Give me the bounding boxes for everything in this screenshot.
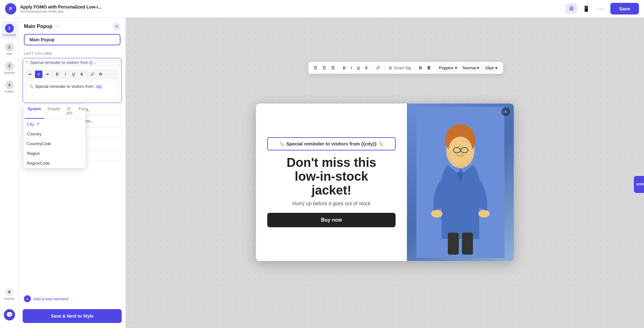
format-toolbar: ⇤ ≡ ⇥ B I U S 🔗 ⚙ [25,69,119,79]
main-popup-selector-btn[interactable]: Main Popup [24,34,120,45]
smart-tag-inline-btn[interactable]: ⚙ [97,71,104,78]
rt-font-weight-select[interactable]: Normal ▾ [461,64,482,72]
align-right-btn[interactable]: ⇥ [43,71,51,78]
align-left-btn[interactable]: ⇤ [27,71,34,78]
svg-point-8 [478,210,490,218]
rt-bold-btn[interactable]: B [341,64,347,71]
italic-btn[interactable]: I [62,71,69,78]
svg-point-7 [431,210,442,218]
rt-font-family-arrow: ▾ [455,65,457,70]
popup-emoji-right: 🏷️ [378,141,384,146]
add-element-circle-icon: + [24,295,31,302]
feedback-tab[interactable]: Feedback [634,176,644,193]
sidebar-num-1: 1 [5,24,14,33]
sidebar-item-style[interactable]: 2 Style [1,40,18,58]
popup-selected-text-content: Special reminder to visitors from {{city… [286,141,378,146]
popup-right-image [407,104,514,261]
panel-more-icon[interactable]: ⋯ [55,24,60,30]
smart-tag-regioncode[interactable]: RegionCode [23,158,86,168]
sidebar-item-publish[interactable]: 4 Publish [1,78,18,96]
sidebar-num-3: 3 [5,62,14,71]
popup-emoji-left: 🏷️ [279,141,285,146]
smart-tag-regioncode-label: RegionCode [27,161,50,166]
element-card-header: T Special reminder to visitors from {{..… [23,58,121,67]
popup-selected-text: 🏷️ Special reminder to visitors from {{c… [267,137,396,150]
rt-copy-btn[interactable]: ⧉ [417,64,424,72]
sidebar-num-4: 4 [5,81,14,89]
rt-font-family-select[interactable]: Poppins ▾ [437,64,459,72]
smart-tag-countrycode[interactable]: CountryCode [23,139,86,149]
smart-tag-tab-jsapi[interactable]: JS API [63,104,75,119]
text-preview-area[interactable]: 🏷️ Special reminder to visitors from cit… [25,81,119,100]
save-next-btn[interactable]: Save & Next to Style [23,309,122,323]
person-illustration [416,107,504,258]
smart-tag-country[interactable]: Country [23,129,86,139]
sidebar: 1 Customize 2 Style 3 Segment 4 Publish … [0,18,19,328]
smart-tag-region[interactable]: Region [23,149,86,158]
mobile-view-btn[interactable]: 📱 [580,3,593,14]
rt-italic-btn[interactable]: I [349,64,354,71]
text-type-icon: T [26,61,28,65]
popup-heading: Don't miss this low-in-stock jacket! [267,156,396,197]
smart-tag-city[interactable]: City ↗ [23,119,86,129]
popup-subtext: Hurry up before it goes out of stock [267,201,396,206]
rt-align-center-btn[interactable]: ☰ [320,64,328,71]
settings-icon: ⚙ [5,288,14,297]
align-center-btn[interactable]: ≡ [35,71,42,78]
rt-strikethrough-btn[interactable]: S [363,64,369,71]
app-logo: P [5,3,16,14]
popup-close-btn[interactable]: × [501,107,510,116]
left-panel-title: Main Popup [24,24,53,29]
smart-tag-tab-form[interactable]: Form [75,104,86,119]
rt-align-left-btn[interactable]: ☰ [312,64,319,71]
smart-tag-tab-shopify[interactable]: Shopify [44,104,63,119]
rt-font-family-value: Poppins [439,65,454,70]
add-element-row[interactable]: + Add a new element [19,292,125,305]
rt-link-btn[interactable]: 🔗 [374,64,382,71]
strikethrough-btn[interactable]: S [78,71,86,78]
svg-rect-9 [448,233,459,255]
device-toggle-group: 🖥 📱 ⋯ [565,3,607,14]
rt-font-size-select[interactable]: 16px ▾ [483,64,499,72]
more-options-btn[interactable]: ⋯ [595,4,607,14]
svg-rect-10 [462,233,473,255]
underline-btn[interactable]: U [70,71,77,78]
sidebar-item-segment[interactable]: 3 Segment [1,59,18,77]
popup-preview: × 🏷️ Special reminder to visitors from {… [256,104,514,261]
add-element-header-btn[interactable]: + [113,23,120,30]
toolbar-sep-2 [87,71,87,77]
smart-tag-country-label: Country [27,132,42,136]
smart-tag-region-label: Region [27,151,40,156]
rt-font-size-arrow: ▾ [495,65,497,70]
desktop-view-btn[interactable]: 🖥 [565,3,577,14]
rt-smart-tag-btn[interactable]: ⚙ Smart Tag [386,64,413,72]
main-layout: 1 Customize 2 Style 3 Segment 4 Publish … [0,18,644,328]
smart-tag-arrow-icon: ↗ [36,122,40,127]
rt-font-size-value: 16px [485,65,494,70]
canvas-area: ☰ ☰ ☰ B I U S 🔗 ⚙ Smart Tag ⧉ 🗑 Poppins … [126,18,644,328]
rt-sep-1 [339,65,339,71]
sidebar-item-settings[interactable]: ⚙ Settings [1,285,18,303]
sidebar-item-customize[interactable]: 1 Customize [1,21,18,39]
smart-tag-list: City ↗ Country CountryCode Region [23,119,86,168]
smart-tag-tab-system[interactable]: System [25,104,44,119]
popup-image-placeholder [407,104,514,261]
rt-underline-btn[interactable]: U [355,64,362,71]
popup-buy-btn[interactable]: Buy now [267,213,396,227]
link-btn[interactable]: 🔗 [88,71,96,78]
rt-sep-5 [435,65,435,71]
rt-delete-btn[interactable]: 🗑 [425,64,433,71]
smart-tag-city-label: City [27,122,34,127]
left-column-label: LEFT COLUMN [19,49,125,57]
preview-text-static: Special reminder to visitors from [35,84,95,89]
left-panel: Main Popup ⋯ + Main Popup LEFT COLUMN T … [19,18,126,328]
preview-city-tag: city [95,84,103,89]
bold-btn[interactable]: B [53,71,61,78]
smart-tag-countrycode-label: CountryCode [27,141,51,146]
page-subtitle: demopopupsmart.netlify.app [20,9,561,13]
rt-font-weight-arrow: ▾ [477,65,479,70]
save-button[interactable]: Save [610,3,639,14]
rt-align-right-btn[interactable]: ☰ [329,64,337,71]
rich-text-toolbar: ☰ ☰ ☰ B I U S 🔗 ⚙ Smart Tag ⧉ 🗑 Poppins … [308,62,503,74]
chat-widget-btn[interactable]: 💬 [4,309,15,320]
